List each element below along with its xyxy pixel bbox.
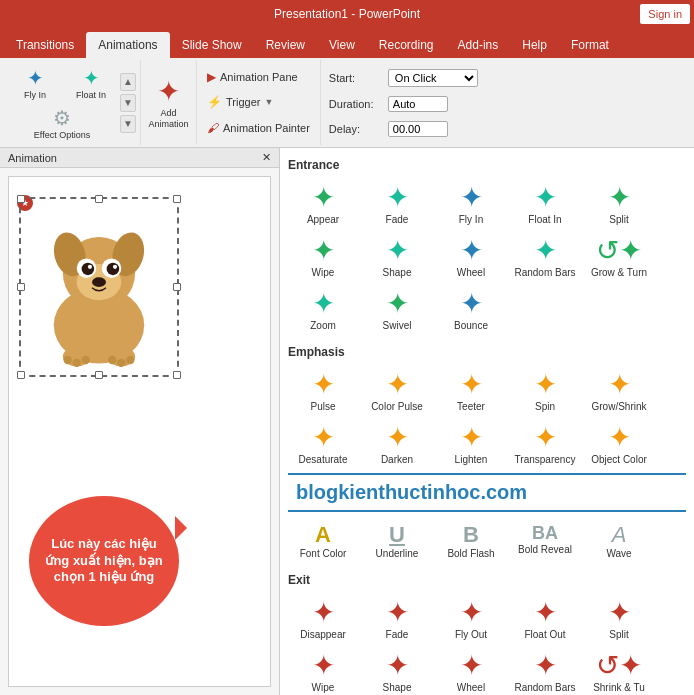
handle-top-mid[interactable] <box>95 195 103 203</box>
fade-entrance-animation[interactable]: ✦Fade <box>362 180 432 229</box>
tab-view[interactable]: View <box>317 32 367 58</box>
speech-bubble-text: Lúc này các hiệu ứng xuất hiện, bạn chọn… <box>41 536 167 587</box>
handle-bot-right[interactable] <box>173 371 181 379</box>
desaturate-emphasis-label: Desaturate <box>299 454 348 465</box>
wheel-entrance-animation[interactable]: ✦Wheel <box>436 233 506 282</box>
tab-transitions[interactable]: Transitions <box>4 32 86 58</box>
fly-in-animation[interactable]: ✦ Fly In <box>8 64 62 102</box>
handle-mid-right[interactable] <box>173 283 181 291</box>
floatin-entrance-animation[interactable]: ✦Float In <box>510 180 580 229</box>
wave-emphasis-animation[interactable]: AWave <box>584 520 654 563</box>
tab-review[interactable]: Review <box>254 32 317 58</box>
shape-entrance-animation[interactable]: ✦Shape <box>362 233 432 282</box>
handle-top-right[interactable] <box>173 195 181 203</box>
svg-point-8 <box>107 263 120 276</box>
floatin-entrance-icon: ✦ <box>534 184 557 212</box>
split-exit-animation[interactable]: ✦Split <box>584 595 654 644</box>
lighten-emphasis-animation[interactable]: ✦Lighten <box>436 420 506 469</box>
spin-emphasis-animation[interactable]: ✦Spin <box>510 367 580 416</box>
delay-input[interactable] <box>388 121 448 137</box>
boldflash-emphasis-animation[interactable]: BBold Flash <box>436 520 506 563</box>
disappear-exit-animation[interactable]: ✦Disappear <box>288 595 358 644</box>
darken-emphasis-label: Darken <box>381 454 413 465</box>
tab-format[interactable]: Format <box>559 32 621 58</box>
fly-in-icon: ✦ <box>27 66 44 90</box>
start-label: Start: <box>329 72 384 84</box>
handle-bot-left[interactable] <box>17 371 25 379</box>
randombars-entrance-animation[interactable]: ✦Random Bars <box>510 233 580 282</box>
tab-help[interactable]: Help <box>510 32 559 58</box>
add-animation-button[interactable]: ✦ Add Animation <box>141 60 197 145</box>
flyin-entrance-animation[interactable]: ✦Fly In <box>436 180 506 229</box>
split-exit-icon: ✦ <box>608 599 631 627</box>
speech-bubble: Lúc này các hiệu ứng xuất hiện, bạn chọn… <box>29 496 179 626</box>
fontcolor-emphasis-animation[interactable]: AFont Color <box>288 520 358 563</box>
wipe-exit-animation[interactable]: ✦Wipe <box>288 648 358 695</box>
scroll-up-button[interactable]: ▲ <box>120 73 136 91</box>
slide-canvas: ★ <box>8 176 271 687</box>
scroll-more-button[interactable]: ▼ <box>120 115 136 133</box>
split-entrance-animation[interactable]: ✦Split <box>584 180 654 229</box>
boldreveal-emphasis-animation[interactable]: BABold Reveal <box>510 520 580 563</box>
tab-addins[interactable]: Add-ins <box>446 32 511 58</box>
desaturate-emphasis-animation[interactable]: ✦Desaturate <box>288 420 358 469</box>
tab-animations[interactable]: Animations <box>86 32 169 58</box>
transparency-emphasis-animation[interactable]: ✦Transparency <box>510 420 580 469</box>
shape-exit-animation[interactable]: ✦Shape <box>362 648 432 695</box>
handle-bot-mid[interactable] <box>95 371 103 379</box>
teeter-emphasis-animation[interactable]: ✦Teeter <box>436 367 506 416</box>
entrance-grid: ✦Appear ✦Fade ✦Fly In ✦Float In ✦Split ✦… <box>288 176 686 339</box>
svg-point-9 <box>88 265 92 269</box>
tab-slideshow[interactable]: Slide Show <box>170 32 254 58</box>
wipe-entrance-animation[interactable]: ✦Wipe <box>288 233 358 282</box>
animation-painter-icon: 🖌 <box>207 121 219 135</box>
fade-exit-icon: ✦ <box>386 599 409 627</box>
growturn-entrance-animation[interactable]: ↺✦Grow & Turn <box>584 233 654 282</box>
tab-recording[interactable]: Recording <box>367 32 446 58</box>
animation-row-top: ✦ Fly In ✦ Float In <box>8 64 118 102</box>
shrinktu-exit-animation[interactable]: ↺✦Shrink & Tu <box>584 648 654 695</box>
darken-emphasis-animation[interactable]: ✦Darken <box>362 420 432 469</box>
handle-mid-left[interactable] <box>17 283 25 291</box>
animation-panel-close[interactable]: ✕ <box>262 151 271 164</box>
swivel-entrance-animation[interactable]: ✦Swivel <box>362 286 432 335</box>
animation-pane-button[interactable]: ▶ Animation Pane <box>205 69 312 85</box>
teeter-emphasis-label: Teeter <box>457 401 485 412</box>
start-select[interactable]: On Click With Previous After Previous <box>388 69 478 87</box>
sign-in-button[interactable]: Sign in <box>640 4 690 24</box>
colorpulse-emphasis-animation[interactable]: ✦Color Pulse <box>362 367 432 416</box>
growshrink-emphasis-animation[interactable]: ✦Grow/Shrink <box>584 367 654 416</box>
svg-point-11 <box>92 277 106 287</box>
bounce-entrance-animation[interactable]: ✦Bounce <box>436 286 506 335</box>
trigger-button[interactable]: ⚡ Trigger ▼ <box>205 94 312 110</box>
disappear-exit-label: Disappear <box>300 629 346 640</box>
handle-top-left[interactable] <box>17 195 25 203</box>
flyout-exit-animation[interactable]: ✦Fly Out <box>436 595 506 644</box>
pulse-emphasis-label: Pulse <box>310 401 335 412</box>
wheel-exit-animation[interactable]: ✦Wheel <box>436 648 506 695</box>
underline-emphasis-label: Underline <box>376 548 419 559</box>
growturn-entrance-label: Grow & Turn <box>591 267 647 278</box>
flyin-entrance-label: Fly In <box>459 214 483 225</box>
floatout-exit-animation[interactable]: ✦Float Out <box>510 595 580 644</box>
scroll-down-button[interactable]: ▼ <box>120 94 136 112</box>
fly-in-label: Fly In <box>24 90 46 100</box>
duration-input[interactable] <box>388 96 448 112</box>
effect-options-animation[interactable]: ⚙ Effect Options <box>8 104 116 142</box>
float-in-animation[interactable]: ✦ Float In <box>64 64 118 102</box>
window-title: Presentation1 - PowerPoint <box>274 7 420 21</box>
pulse-emphasis-icon: ✦ <box>312 371 335 399</box>
zoom-entrance-animation[interactable]: ✦Zoom <box>288 286 358 335</box>
shrinktu-exit-icon: ↺✦ <box>596 652 642 680</box>
underline-emphasis-animation[interactable]: UUnderline <box>362 520 432 563</box>
animation-row-bottom: ⚙ Effect Options <box>8 104 118 142</box>
appear-icon: ✦ <box>312 184 335 212</box>
pulse-emphasis-animation[interactable]: ✦Pulse <box>288 367 358 416</box>
fade-exit-animation[interactable]: ✦Fade <box>362 595 432 644</box>
animation-painter-button[interactable]: 🖌 Animation Painter <box>205 120 312 136</box>
appear-animation[interactable]: ✦Appear <box>288 180 358 229</box>
objectcolor-emphasis-animation[interactable]: ✦Object Color <box>584 420 654 469</box>
randombars-exit-icon: ✦ <box>534 652 557 680</box>
flyout-exit-icon: ✦ <box>460 599 483 627</box>
randombars-exit-animation[interactable]: ✦Random Bars <box>510 648 580 695</box>
